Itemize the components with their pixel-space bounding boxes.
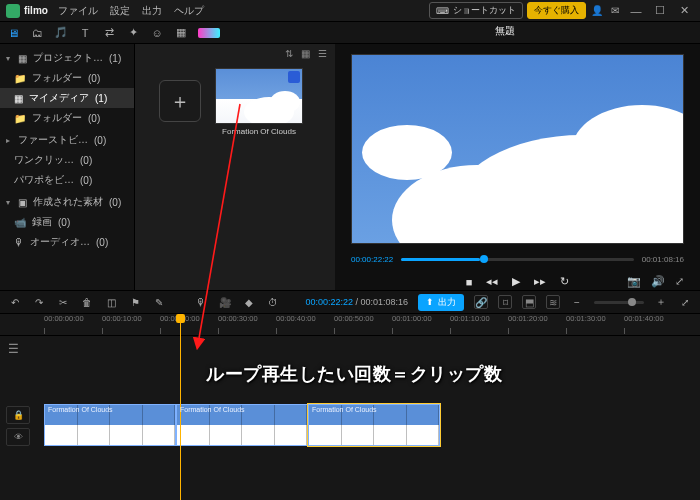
template-icon[interactable]: ▦ bbox=[174, 26, 188, 40]
main-menu: ファイル 設定 出力 ヘルプ bbox=[58, 4, 204, 18]
ruler-tick: 00:00:10:00 bbox=[102, 314, 160, 323]
export-button[interactable]: ⬆出力 bbox=[418, 294, 464, 311]
keyframe-icon[interactable]: ◆ bbox=[242, 295, 256, 309]
effects-icon[interactable]: ✦ bbox=[126, 26, 140, 40]
video-badge-icon bbox=[288, 71, 300, 83]
play-button[interactable]: ▶ bbox=[512, 275, 520, 288]
preview-time-current: 00:00:22:22 bbox=[351, 255, 393, 264]
speed-icon[interactable]: ⏱ bbox=[266, 295, 280, 309]
ruler-tick: 00:01:10:00 bbox=[450, 314, 508, 323]
sidebar-folder-2[interactable]: 📁フォルダー(0) bbox=[0, 108, 134, 128]
record-screen-icon[interactable]: 🎥 bbox=[218, 295, 232, 309]
account-icon[interactable]: 👤 bbox=[590, 4, 604, 18]
preview-seek-bar[interactable] bbox=[401, 258, 633, 261]
audio-icon[interactable]: 🎵 bbox=[54, 26, 68, 40]
track-menu-icon[interactable]: ☰ bbox=[8, 342, 19, 356]
fit-timeline-icon[interactable]: ⤢ bbox=[678, 295, 692, 309]
pen-icon[interactable]: ✎ bbox=[152, 295, 166, 309]
volume-icon[interactable]: 🔊 bbox=[651, 275, 665, 288]
video-track[interactable]: Formation Of Clouds Formation Of Clouds … bbox=[44, 404, 692, 450]
minimize-button[interactable]: — bbox=[626, 5, 646, 17]
menu-file[interactable]: ファイル bbox=[58, 4, 98, 18]
app-name: filmo bbox=[24, 5, 48, 16]
project-title: 無題 bbox=[315, 24, 694, 42]
ruler-tick: 00:00:20:00 bbox=[160, 314, 218, 323]
stop-button[interactable]: ■ bbox=[466, 276, 473, 288]
preview-time-total: 00:01:08:16 bbox=[642, 255, 684, 264]
media-sidebar: ▾▦プロジェクト…(1) 📁フォルダー(0) ▦マイメディア(1) 📁フォルダー… bbox=[0, 44, 135, 290]
app-logo-icon bbox=[6, 4, 20, 18]
timeline-clip-3[interactable]: Formation Of Clouds bbox=[308, 404, 440, 446]
track-visibility-icon[interactable]: 👁 bbox=[6, 428, 30, 446]
snapshot-icon[interactable]: 📷 bbox=[627, 275, 641, 288]
media-clip[interactable]: Formation Of Clouds bbox=[215, 68, 303, 136]
mail-icon[interactable]: ✉ bbox=[608, 4, 622, 18]
ruler-tick: 00:00:00:00 bbox=[44, 314, 102, 323]
maximize-button[interactable]: ☐ bbox=[650, 4, 670, 17]
timeline-ruler[interactable]: 00:00:00:00 00:00:10:00 00:00:20:00 00:0… bbox=[0, 314, 700, 336]
zoom-in-icon[interactable]: ＋ bbox=[654, 295, 668, 309]
stock-icon[interactable]: 🗂 bbox=[30, 26, 44, 40]
app-logo-group: filmo bbox=[6, 4, 48, 18]
menu-settings[interactable]: 設定 bbox=[110, 4, 130, 18]
timeline-timecode: 00:00:22:22 / 00:01:08:16 bbox=[305, 297, 408, 307]
keyboard-icon: ⌨ bbox=[436, 6, 449, 16]
auto-ripple-icon[interactable]: ≋ bbox=[546, 295, 560, 309]
list-view-icon[interactable]: ☰ bbox=[318, 48, 327, 59]
color-grade-icon[interactable] bbox=[198, 28, 220, 38]
sidebar-oneclick[interactable]: ワンクリッ…(0) bbox=[0, 150, 134, 170]
split-icon[interactable]: ✂ bbox=[56, 295, 70, 309]
record-voice-icon[interactable]: 🎙 bbox=[194, 295, 208, 309]
media-bin: ⇅ ▦ ☰ ＋ Formation Of Clouds bbox=[135, 44, 335, 290]
ruler-tick: 00:01:00:00 bbox=[392, 314, 450, 323]
buy-now-button[interactable]: 今すぐ購入 bbox=[527, 2, 586, 19]
sort-icon[interactable]: ⇅ bbox=[285, 48, 293, 59]
media-clip-name: Formation Of Clouds bbox=[215, 127, 303, 136]
ruler-tick: 00:00:30:00 bbox=[218, 314, 276, 323]
title-bar: filmo ファイル 設定 出力 ヘルプ ⌨ショートカット 今すぐ購入 👤 ✉ … bbox=[0, 0, 700, 22]
timeline-clip-1[interactable]: Formation Of Clouds bbox=[44, 404, 176, 446]
upload-icon: ⬆ bbox=[426, 297, 434, 307]
annotation-text: ループ再生したい回数＝クリップ数 bbox=[206, 362, 502, 386]
undo-icon[interactable]: ↶ bbox=[8, 295, 22, 309]
import-media-button[interactable]: ＋ bbox=[159, 80, 201, 122]
sidebar-folder-1[interactable]: 📁フォルダー(0) bbox=[0, 68, 134, 88]
close-button[interactable]: ✕ bbox=[674, 4, 694, 17]
magnet-toggle-icon[interactable]: ⬒ bbox=[522, 295, 536, 309]
next-frame-button[interactable]: ▸▸ bbox=[534, 275, 546, 288]
marker-icon[interactable]: ⚑ bbox=[128, 295, 142, 309]
ruler-tick: 00:01:30:00 bbox=[566, 314, 624, 323]
link-toggle-icon[interactable]: 🔗 bbox=[474, 295, 488, 309]
preview-viewport bbox=[351, 54, 684, 244]
fullscreen-icon[interactable]: ⤢ bbox=[675, 275, 684, 288]
delete-icon[interactable]: 🗑 bbox=[80, 295, 94, 309]
media-tab-icon[interactable]: 🖥 bbox=[6, 26, 20, 40]
zoom-slider[interactable] bbox=[594, 301, 644, 304]
timeline-clip-2[interactable]: Formation Of Clouds bbox=[176, 404, 308, 446]
sidebar-record[interactable]: 📹録画(0) bbox=[0, 212, 134, 232]
zoom-out-icon[interactable]: − bbox=[570, 295, 584, 309]
shortcut-button[interactable]: ⌨ショートカット bbox=[429, 2, 523, 19]
redo-icon[interactable]: ↷ bbox=[32, 295, 46, 309]
menu-help[interactable]: ヘルプ bbox=[174, 4, 204, 18]
grid-view-icon[interactable]: ▦ bbox=[301, 48, 310, 59]
loop-button[interactable]: ↻ bbox=[560, 275, 569, 288]
text-icon[interactable]: T bbox=[78, 26, 92, 40]
sidebar-firstview[interactable]: ▸ファーストビ…(0) bbox=[0, 130, 134, 150]
sticker-icon[interactable]: ☺ bbox=[150, 26, 164, 40]
ruler-tick: 00:01:40:00 bbox=[624, 314, 682, 323]
track-lock-icon[interactable]: 🔒 bbox=[6, 406, 30, 424]
timeline-toolbar: ↶ ↷ ✂ 🗑 ◫ ⚑ ✎ 🎙 🎥 ◆ ⏱ 00:00:22:22 / 00:0… bbox=[0, 290, 700, 314]
sidebar-powapo[interactable]: パワポをビ…(0) bbox=[0, 170, 134, 190]
ruler-tick: 00:01:20:00 bbox=[508, 314, 566, 323]
sidebar-audio[interactable]: 🎙オーディオ…(0) bbox=[0, 232, 134, 252]
sidebar-project[interactable]: ▾▦プロジェクト…(1) bbox=[0, 48, 134, 68]
sidebar-my-media[interactable]: ▦マイメディア(1) bbox=[0, 88, 134, 108]
transition-icon[interactable]: ⇄ bbox=[102, 26, 116, 40]
snap-toggle-icon[interactable]: ⌑ bbox=[498, 295, 512, 309]
sidebar-created[interactable]: ▾▣作成された素材(0) bbox=[0, 192, 134, 212]
crop-icon[interactable]: ◫ bbox=[104, 295, 118, 309]
track-headers: 🔒 👁 bbox=[6, 406, 30, 446]
prev-frame-button[interactable]: ◂◂ bbox=[486, 275, 498, 288]
menu-output[interactable]: 出力 bbox=[142, 4, 162, 18]
